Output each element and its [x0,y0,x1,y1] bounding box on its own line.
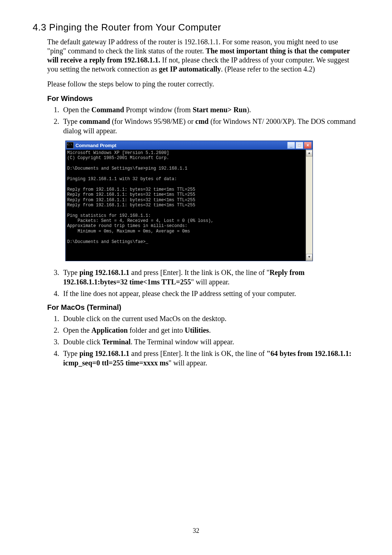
text-bold: Start menu> Run [193,106,247,114]
window-title: Command Prompt [75,143,287,148]
text-bold: Utilities [185,326,209,334]
command-prompt-icon [66,142,74,149]
text: ). [247,106,251,114]
page-number: 32 [0,527,392,535]
scroll-up-button[interactable]: ▲ [306,150,313,157]
list-item: Type ping 192.168.1.1 and press [Enter].… [61,268,356,287]
intro-paragraph-1: The default gateway IP address of the ro… [47,37,356,74]
macos-steps-list: Double click on the current used MacOs o… [47,314,356,368]
intro-paragraph-2: Please follow the steps below to ping th… [47,80,356,89]
text-bold: Command [91,106,124,114]
text-bold: Terminal [102,338,131,346]
text-bold: ping 192.168.1.1 [79,268,130,276]
list-item: Open the Application folder and get into… [61,325,356,335]
text-bold: get IP automatically [159,65,221,73]
list-item: Type ping 192.168.1.1 and press [Enter].… [61,349,356,368]
list-item: Double click Terminal. The Terminal wind… [61,337,356,347]
text: Prompt window (from [124,106,193,114]
text: . (Please refer to the section 4.2) [221,65,315,73]
text: and press [Enter]. It the link is OK, th… [130,268,270,276]
text: Open the [63,106,91,114]
text: and press [Enter]. It the link is OK, th… [130,349,267,357]
window-controls: _ □ × [287,142,312,149]
list-item: Open the Command Prompt window (from Sta… [61,105,356,114]
for-macos-heading: For MacOs (Terminal) [47,303,356,312]
command-prompt-titlebar[interactable]: Command Prompt _ □ × [66,141,313,150]
command-prompt-output[interactable]: Microsoft Windows XP [Version 5.1.2600] … [66,150,306,261]
text: Double click [63,338,102,346]
for-windows-heading: For Windows [47,94,356,103]
text-bold: command [79,117,110,125]
minimize-button[interactable]: _ [287,142,295,149]
text: " will appear. [168,359,207,367]
text-bold: ping 192.168.1.1 [79,349,130,357]
text: (for Windows 95/98/ME) or [110,117,195,125]
text-bold: Application [91,326,128,334]
text: . [209,326,211,334]
scrollbar[interactable]: ▲ ▼ [306,150,313,261]
text: Type [63,268,79,276]
scroll-down-button[interactable]: ▼ [306,254,313,260]
section-heading: 4.3 Pinging the Router from Your Compute… [33,22,356,33]
list-item: Double click on the current used MacOs o… [61,314,356,323]
windows-steps-list-cont: Type ping 192.168.1.1 and press [Enter].… [47,268,356,298]
command-prompt-window: Command Prompt _ □ × Microsoft Windows X… [65,141,313,261]
text: Type [63,349,79,357]
maximize-button[interactable]: □ [295,142,303,149]
list-item: If the line does not appear, please chec… [61,289,356,298]
text: " will appear. [191,278,229,286]
text: . The Terminal window will appear. [131,338,234,346]
close-button[interactable]: × [304,142,312,149]
text-bold: cmd [195,117,209,125]
windows-steps-list: Open the Command Prompt window (from Sta… [47,105,356,135]
text: Type [63,117,79,125]
list-item: Type command (for Windows 95/98/ME) or c… [61,117,356,135]
text: folder and get into [128,326,185,334]
text: Open the [63,326,91,334]
